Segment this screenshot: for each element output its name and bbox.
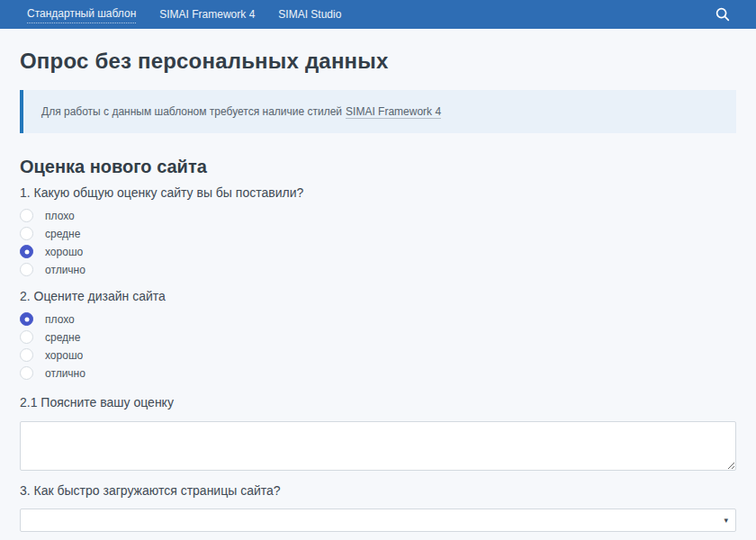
question-1-radio-group: плохо средне хорошо отлично bbox=[20, 209, 736, 276]
radio-circle[interactable] bbox=[20, 263, 33, 276]
radio-circle[interactable] bbox=[20, 245, 33, 258]
question-2-label: 2. Оцените дизайн сайта bbox=[20, 289, 736, 304]
search-icon bbox=[715, 6, 731, 22]
radio-option[interactable]: плохо bbox=[20, 312, 736, 326]
notice-link[interactable]: SIMAI Framework 4 bbox=[346, 105, 441, 119]
notice-text: Для работы с данным шаблоном требуется н… bbox=[41, 105, 342, 118]
section-title: Оценка нового сайта bbox=[20, 156, 736, 177]
top-nav: Стандартный шаблон SIMAI Framework 4 SIM… bbox=[0, 0, 756, 29]
main-content: Опрос без персональных данных Для работы… bbox=[0, 48, 756, 532]
radio-option[interactable]: отлично bbox=[20, 366, 736, 380]
nav-item-standard-template[interactable]: Стандартный шаблон bbox=[27, 5, 136, 23]
question-1-label: 1. Какую общую оценку сайту вы бы постав… bbox=[20, 185, 736, 201]
radio-circle[interactable] bbox=[20, 348, 33, 362]
radio-option[interactable]: отлично bbox=[20, 263, 736, 276]
radio-option[interactable]: хорошо bbox=[20, 245, 736, 258]
search-button[interactable] bbox=[713, 4, 733, 24]
nav-item-simai-studio[interactable]: SIMAI Studio bbox=[278, 6, 341, 23]
radio-option[interactable]: плохо bbox=[20, 209, 736, 222]
radio-option-label: хорошо bbox=[45, 349, 83, 362]
radio-option-label: средне bbox=[45, 228, 80, 240]
radio-option-label: плохо bbox=[45, 210, 75, 222]
radio-circle[interactable] bbox=[20, 312, 33, 326]
question-2-radio-group: плохо средне хорошо отлично bbox=[20, 312, 736, 380]
notice-box: Для работы с данным шаблоном требуется н… bbox=[20, 90, 736, 133]
radio-option-label: средне bbox=[45, 331, 80, 344]
question-3-label: 3. Как быстро загружаются страницы сайта… bbox=[20, 483, 736, 499]
speed-select-wrap: ▾ bbox=[20, 508, 736, 532]
radio-circle[interactable] bbox=[20, 330, 33, 344]
radio-circle[interactable] bbox=[20, 366, 33, 380]
nav-item-simai-framework[interactable]: SIMAI Framework 4 bbox=[159, 6, 255, 23]
page-title: Опрос без персональных данных bbox=[20, 48, 736, 75]
radio-circle[interactable] bbox=[20, 227, 33, 240]
radio-option[interactable]: средне bbox=[20, 330, 736, 344]
question-2-1-label: 2.1 Поясните вашу оценку bbox=[20, 395, 736, 410]
radio-option-label: плохо bbox=[45, 313, 75, 326]
radio-option[interactable]: хорошо bbox=[20, 348, 736, 362]
radio-circle[interactable] bbox=[20, 209, 33, 222]
comment-textarea[interactable] bbox=[20, 421, 736, 471]
speed-select[interactable] bbox=[20, 508, 736, 532]
radio-option[interactable]: средне bbox=[20, 227, 736, 240]
radio-option-label: отлично bbox=[45, 264, 86, 276]
radio-option-label: отлично bbox=[45, 367, 86, 380]
radio-option-label: хорошо bbox=[45, 246, 83, 258]
